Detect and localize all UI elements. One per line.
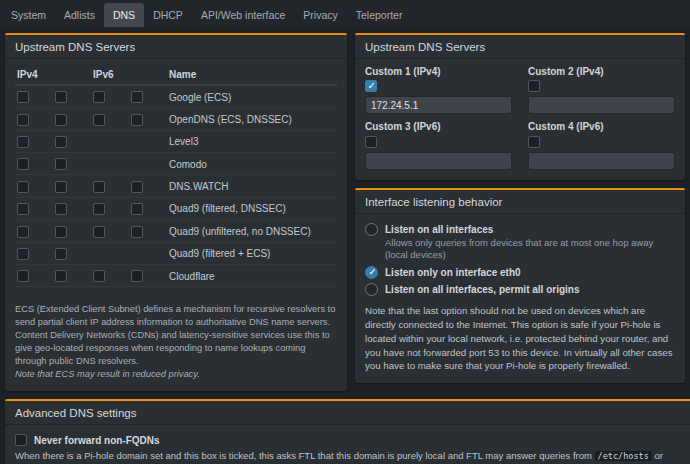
upstream-server-checkbox[interactable] [17,203,29,215]
upstream-checkbox-cell [53,264,91,286]
upstream-server-checkbox[interactable] [93,203,105,215]
upstream-server-name: Quad9 (filtered, DNSSEC) [167,197,337,219]
upstream-server-checkbox[interactable] [131,203,143,215]
upstream-server-checkbox[interactable] [55,248,67,260]
upstream-server-name: Cloudflare [167,264,337,286]
upstream-checkbox-cell [129,153,167,175]
upstream-checkbox-cell [91,242,129,264]
upstream-server-checkbox[interactable] [55,114,67,126]
listen-only-eth0-radio[interactable] [365,266,378,279]
upstream-checkbox-cell [129,175,167,197]
listen-permit-all-origins-option[interactable]: Listen on all interfaces, permit all ori… [365,280,675,297]
upstream-server-checkbox[interactable] [55,270,67,282]
upstream-server-checkbox[interactable] [17,158,29,170]
interface-listening-panel-title: Interface listening behavior [355,190,685,214]
custom4-label: Custom 4 (IPv6) [528,121,675,132]
upstream-server-checkbox[interactable] [17,91,29,103]
listen-all-interfaces-label: Listen on all interfaces [385,223,493,235]
column-header-ipv4: IPv4 [15,65,91,85]
interface-listening-body: Listen on all interfaces Allows only que… [355,214,685,384]
upstream-checkbox-cell [91,175,129,197]
custom1-input[interactable] [365,96,512,114]
custom3-field: Custom 3 (IPv6) [365,121,512,169]
upstream-servers-table: IPv4 IPv6 Name Google (ECS)OpenDNS (ECS,… [15,65,337,287]
upstream-server-checkbox[interactable] [131,270,143,282]
upstream-server-checkbox[interactable] [93,181,105,193]
upstream-checkbox-cell [91,197,129,219]
listen-all-interfaces-option[interactable]: Listen on all interfaces [365,220,675,237]
upstream-checkbox-cell [53,108,91,130]
never-forward-non-fqdns-label: Never forward non-FQDNs [34,435,160,446]
upstream-server-name: Quad9 (filtered + ECS) [167,242,337,264]
tab-system[interactable]: System [2,3,55,27]
upstream-server-checkbox[interactable] [17,114,29,126]
non-fqdn-text-1: When there is a Pi-hole domain set and t… [15,450,595,461]
etc-hosts-code: /etc/hosts [595,451,652,461]
upstream-server-checkbox[interactable] [131,226,143,238]
upstream-server-checkbox[interactable] [93,270,105,282]
custom-servers-grid: Custom 1 (IPv4) Custom 2 (IPv4) Custom 3… [355,59,685,180]
settings-content: Upstream DNS Servers IPv4 IPv6 Name Goog… [0,27,690,391]
tab-dns[interactable]: DNS [104,3,144,27]
upstream-server-checkbox[interactable] [17,226,29,238]
custom4-input[interactable] [528,152,675,170]
custom3-input[interactable] [365,152,512,170]
ecs-explanation: ECS (Extended Client Subnet) defines a m… [5,295,347,391]
upstream-server-checkbox[interactable] [131,114,143,126]
upstream-server-row: DNS.WATCH [15,175,337,197]
upstream-server-checkbox[interactable] [55,181,67,193]
upstream-checkbox-cell [91,130,129,152]
upstream-server-checkbox[interactable] [131,181,143,193]
upstream-checkbox-cell [53,153,91,175]
tab-dhcp[interactable]: DHCP [144,3,192,27]
upstream-server-name: DNS.WATCH [167,175,337,197]
upstream-checkbox-cell [129,197,167,219]
upstream-server-checkbox[interactable] [55,91,67,103]
upstream-checkbox-cell [91,153,129,175]
tab-teleporter[interactable]: Teleporter [347,3,412,27]
upstream-server-row: Comodo [15,153,337,175]
upstream-servers-panel: Upstream DNS Servers IPv4 IPv6 Name Goog… [5,33,347,391]
upstream-server-row: Quad9 (unfiltered, no DNSSEC) [15,220,337,242]
upstream-server-checkbox[interactable] [55,203,67,215]
upstream-checkbox-cell [15,220,53,242]
right-column: Upstream DNS Servers Custom 1 (IPv4) Cus… [355,33,685,383]
ecs-explanation-text: ECS (Extended Client Subnet) defines a m… [15,304,335,365]
upstream-server-checkbox[interactable] [93,114,105,126]
listen-permit-all-origins-radio[interactable] [365,283,378,296]
custom2-checkbox[interactable] [528,80,540,92]
upstream-checkbox-cell [91,85,129,108]
upstream-checkbox-cell [15,153,53,175]
upstream-server-checkbox[interactable] [17,181,29,193]
upstream-checkbox-cell [129,85,167,108]
never-forward-non-fqdns-checkbox[interactable] [15,434,27,446]
custom1-checkbox[interactable] [365,80,377,92]
upstream-server-checkbox[interactable] [17,270,29,282]
upstream-server-checkbox[interactable] [55,136,67,148]
upstream-checkbox-cell [53,220,91,242]
never-forward-non-fqdns-option[interactable]: Never forward non-FQDNs [15,434,685,446]
upstream-checkbox-cell [15,108,53,130]
listen-only-eth0-option[interactable]: Listen only on interface eth0 [365,263,675,280]
never-forward-non-fqdns-desc: When there is a Pi-hole domain set and t… [15,449,685,464]
tab-privacy[interactable]: Privacy [294,3,346,27]
tab-adlists[interactable]: Adlists [55,3,104,27]
upstream-servers-table-body: IPv4 IPv6 Name Google (ECS)OpenDNS (ECS,… [5,59,347,295]
upstream-checkbox-cell [129,130,167,152]
upstream-checkbox-cell [53,175,91,197]
upstream-checkbox-cell [53,242,91,264]
upstream-checkbox-cell [15,130,53,152]
custom1-label: Custom 1 (IPv4) [365,66,512,77]
upstream-server-checkbox[interactable] [55,158,67,170]
custom3-checkbox[interactable] [365,136,377,148]
upstream-server-checkbox[interactable] [131,91,143,103]
upstream-server-checkbox[interactable] [17,136,29,148]
upstream-server-checkbox[interactable] [93,91,105,103]
custom4-checkbox[interactable] [528,136,540,148]
tab-api-web-interface[interactable]: API/Web interface [192,3,294,27]
custom2-input[interactable] [528,96,675,114]
upstream-server-checkbox[interactable] [55,226,67,238]
upstream-server-checkbox[interactable] [17,248,29,260]
upstream-server-checkbox[interactable] [93,226,105,238]
listen-all-interfaces-radio[interactable] [365,223,378,236]
